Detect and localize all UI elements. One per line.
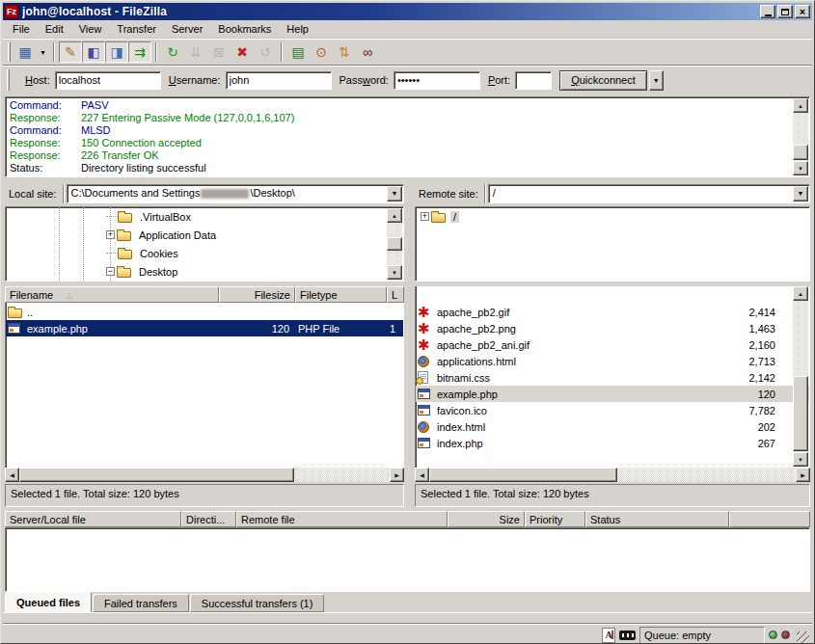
menu-item-edit[interactable]: Edit [38,21,71,37]
file-name: favicon.ico [437,405,487,416]
file-row[interactable]: favicon.ico7,782 [416,402,809,418]
menu-item-transfer[interactable]: Transfer [109,21,164,37]
refresh-button[interactable]: ↻ [161,41,184,63]
redacted-path-segment [201,189,249,199]
menu-item-view[interactable]: View [71,21,110,37]
quickconnect-button[interactable]: Quickconnect [559,70,647,91]
chevron-down-icon[interactable]: ▼ [387,186,402,201]
scroll-right-icon[interactable]: ▶ [796,468,810,482]
sync-browsing-button[interactable]: ⇅ [333,41,356,63]
file-modified-cell: 1 [388,323,403,335]
tab-failed-transfers[interactable]: Failed transfers [93,594,189,612]
minimize-button[interactable] [760,5,775,18]
file-row[interactable]: .. [6,304,403,320]
scroll-right-icon[interactable]: ▶ [390,468,404,482]
file-row[interactable]: index.html202 [416,418,809,435]
local-horizontal-scrollbar[interactable]: ◀ ▶ [5,468,404,482]
column-header-server-local-file[interactable]: Server/Local file [5,511,181,527]
find-files-button[interactable]: ∞ [356,41,379,63]
log-label: Status: [10,162,81,174]
compare-button[interactable]: ⊙ [310,41,333,63]
disconnect-button[interactable]: ✖ [231,41,254,63]
column-header-priority[interactable]: Priority [525,511,585,527]
file-name-cell: index.html [416,419,688,434]
tree-item-application-data[interactable]: +Application Data [6,226,403,244]
expand-icon[interactable]: + [421,212,429,221]
column-header-blank[interactable] [729,511,810,527]
tree-item-root[interactable]: +/ [416,207,809,226]
local-site-combobox[interactable]: C:\Documents and Settings\Desktop\ ▼ [67,184,404,203]
file-row[interactable]: example.php120PHP File1 [6,320,403,336]
column-header-filesize[interactable]: Filesize [219,286,295,303]
scroll-up-icon[interactable]: ▲ [793,286,808,301]
scroll-down-icon[interactable]: ▼ [793,161,808,175]
file-row[interactable]: example.php120 [416,386,809,402]
filter-button[interactable]: ▤ [286,41,310,63]
sync-browsing-icon: ⇅ [339,44,350,60]
site-manager-button[interactable]: ▦ [14,41,37,63]
resize-grip[interactable] [797,631,809,644]
close-icon: × [800,7,805,16]
expand-icon[interactable]: + [106,230,115,239]
host-field[interactable] [55,71,161,90]
port-field[interactable] [515,71,552,90]
file-row[interactable]: ✱apache_pb2_ani.gif2,160 [416,336,809,353]
remote-site-combobox[interactable]: / ▼ [488,184,810,203]
column-header-l[interactable]: L [387,286,404,303]
column-header-size[interactable]: Size [448,511,525,527]
toggle-queue-button[interactable]: ⇉ [128,41,151,63]
scroll-down-icon[interactable]: ▼ [793,452,808,467]
quickconnect-dropdown[interactable]: ▼ [649,70,664,91]
scroll-up-icon[interactable]: ▲ [387,208,402,223]
tree-item-desktop[interactable]: −Desktop [6,262,403,281]
tree-item--virtualbox[interactable]: .VirtualBox [6,207,403,226]
file-name: apache_pb2_ani.gif [437,339,530,351]
collapse-icon[interactable]: − [106,267,115,276]
chevron-down-icon[interactable]: ▼ [793,186,808,201]
password-field[interactable] [394,71,480,90]
toggle-remote-tree-button[interactable]: ◨ [105,41,128,63]
scroll-thumb[interactable] [387,237,402,251]
scroll-thumb[interactable] [793,376,808,451]
file-name-cell: example.php [416,387,688,401]
file-row[interactable]: applications.html2,713 [416,353,809,369]
column-header-directi-[interactable]: Directi... [181,511,236,527]
site-manager-button-dropdown[interactable]: ▼ [37,41,49,63]
file-row[interactable]: ✱apache_pb2.gif2,414 [416,304,809,320]
log-vertical-scrollbar[interactable]: ▲ ▼ [793,98,808,175]
column-header-filetype[interactable]: Filetype [295,286,387,303]
local-tree-scrollbar[interactable]: ▲ ▼ [387,208,402,280]
file-row[interactable]: index.php267 [416,435,809,451]
folder-file-icon [118,246,135,260]
pane-splitter[interactable] [406,179,413,507]
column-header-remote-file[interactable]: Remote file [236,511,448,527]
file-row[interactable]: bitnami.css2,142 [416,369,809,386]
tab-successful-transfers-1-[interactable]: Successful transfers (1) [190,594,325,612]
toggle-message-log-button[interactable]: ✎ [59,41,82,63]
queue-list [5,527,810,592]
username-field[interactable] [226,71,332,90]
menu-item-help[interactable]: Help [279,21,316,37]
scroll-up-icon[interactable]: ▲ [793,98,808,113]
tree-item-cookies[interactable]: Cookies [6,244,403,262]
tab-queued-files[interactable]: Queued files [5,592,92,612]
menu-item-server[interactable]: Server [164,21,210,37]
scroll-thumb[interactable] [429,468,617,482]
menu-item-bookmarks[interactable]: Bookmarks [210,21,279,37]
log-text: 227 Entering Passive Mode (127,0,0,1,6,1… [81,112,294,124]
column-header-status[interactable]: Status [585,511,729,527]
maximize-button[interactable] [777,5,793,18]
menu-item-file[interactable]: File [5,21,38,37]
remote-vertical-scrollbar[interactable]: ▲ ▼ [793,286,808,467]
file-row[interactable]: ✱apache_pb2.png1,463 [416,320,809,336]
scroll-left-icon[interactable]: ◀ [415,468,429,482]
column-header-filename[interactable]: Filename△ [5,286,219,303]
close-button[interactable]: × [795,5,810,18]
reconnect-icon: ↺ [259,44,271,60]
toggle-local-tree-button[interactable]: ◧ [82,41,105,63]
scroll-down-icon[interactable]: ▼ [387,265,402,280]
scroll-left-icon[interactable]: ◀ [5,468,19,482]
scroll-thumb[interactable] [793,145,808,160]
scroll-thumb[interactable] [19,468,294,482]
remote-horizontal-scrollbar[interactable]: ◀ ▶ [415,468,810,482]
